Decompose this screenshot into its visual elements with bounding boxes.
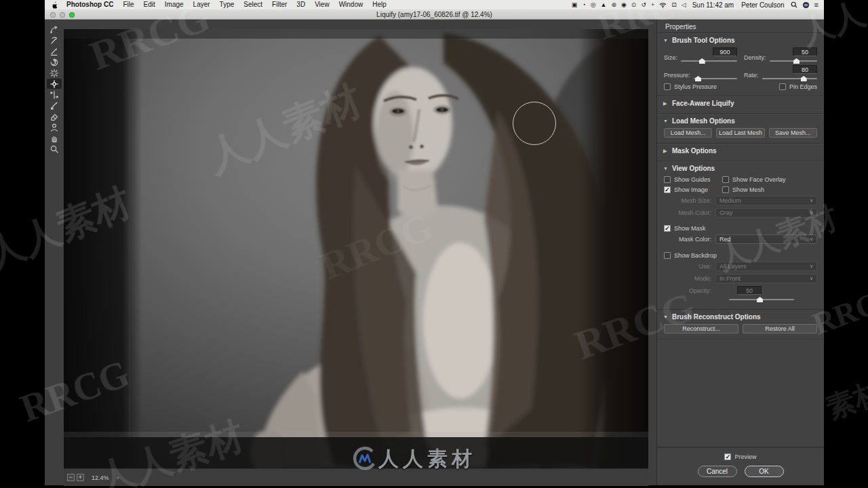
twirl-clockwise-tool[interactable] [47, 57, 62, 67]
reconstruct-tool[interactable] [47, 35, 62, 45]
smooth-tool[interactable] [47, 46, 62, 56]
section-header-brush-tool-options[interactable]: ▼ Brush Tool Options [657, 33, 824, 46]
stylus-pressure-checkbox[interactable]: ✓ [664, 83, 671, 90]
density-slider[interactable] [770, 58, 817, 64]
thaw-mask-tool[interactable] [47, 111, 62, 121]
load-mesh-button[interactable]: Load Mesh... [664, 128, 712, 138]
keyboard-access-icon[interactable]: + [651, 0, 654, 9]
forward-warp-tool[interactable] [47, 24, 62, 35]
zoom-in-button[interactable]: + [77, 474, 84, 481]
zoom-dropdown-chevron-icon[interactable]: ∨ [113, 474, 123, 481]
pucker-tool[interactable] [47, 68, 62, 78]
section-header-brush-reconstruct-options[interactable]: ▼ Brush Reconstruct Options [657, 310, 824, 323]
disclosure-triangle-icon[interactable]: ▼ [663, 166, 669, 171]
mask-color-row: Mask Color: Red ∨ [657, 233, 824, 245]
brush-cursor-circle [513, 102, 556, 145]
window-title-bar[interactable]: Liquify (amy17-06_60826.tif @ 12.4%) [45, 9, 824, 20]
menu-item-filter[interactable]: Filter [267, 1, 292, 8]
menu-item-layer[interactable]: Layer [189, 1, 215, 8]
opacity-slider[interactable] [729, 296, 794, 302]
size-input[interactable]: 900 [713, 47, 737, 56]
zoom-window-icon[interactable] [69, 12, 75, 18]
close-window-icon[interactable] [50, 12, 56, 18]
show-image-checkbox[interactable]: ✓ [664, 186, 671, 193]
freeze-mask-tool[interactable] [47, 100, 62, 110]
menu-item-edit[interactable]: Edit [139, 1, 160, 8]
zoom-level[interactable]: 12.4% [92, 474, 109, 481]
mesh-size-dropdown[interactable]: Medium ∨ [715, 196, 817, 205]
menu-item-select[interactable]: Select [239, 1, 267, 8]
disclosure-triangle-icon[interactable]: ▼ [663, 314, 669, 319]
mesh-color-row: Mesh Color: Gray ∨ [657, 207, 824, 219]
disclosure-triangle-icon[interactable]: ▼ [663, 119, 669, 123]
menu-item-photoshop-cc[interactable]: Photoshop CC [62, 1, 118, 8]
spotlight-search-icon[interactable] [791, 1, 797, 8]
disclosure-triangle-icon[interactable]: ▼ [663, 38, 669, 43]
show-backdrop-checkbox[interactable]: ✓ [664, 252, 671, 259]
density-input[interactable]: 50 [793, 47, 817, 56]
rate-input[interactable]: 80 [793, 65, 817, 74]
siri-icon[interactable] [802, 1, 810, 9]
rate-slider[interactable] [762, 75, 817, 81]
section-header-face-aware-liquify[interactable]: ▶ Face-Aware Liquify [657, 96, 824, 109]
menu-item-file[interactable]: File [118, 1, 138, 8]
section-load-mesh-options: ▼ Load Mesh Options Load Mesh... Load La… [657, 114, 824, 144]
volume-icon[interactable]: ◁ [682, 0, 686, 9]
apple-menu-icon[interactable] [52, 1, 58, 9]
show-mesh-checkbox[interactable]: ✓ [722, 186, 729, 193]
screen-video-icon[interactable]: ▣ [572, 0, 578, 9]
pause-badge-icon[interactable]: ◉ [621, 0, 627, 9]
mesh-color-dropdown[interactable]: Gray ∨ [715, 208, 817, 218]
push-left-tool[interactable] [47, 89, 62, 100]
use-dropdown[interactable]: All Layers ∨ [715, 262, 817, 271]
menu-item-window[interactable]: Window [334, 1, 368, 8]
pin-edges-checkbox[interactable]: ✓ [779, 83, 786, 90]
mode-dropdown[interactable]: In Front ∨ [715, 274, 817, 283]
wifi-icon[interactable] [659, 2, 667, 8]
watermark-text: 素材 [821, 372, 868, 427]
mask-color-dropdown[interactable]: Red ∨ [715, 235, 817, 244]
drive-triangle-icon[interactable]: ▲ [601, 0, 607, 9]
menu-item-3d[interactable]: 3D [292, 1, 310, 8]
size-slider[interactable] [681, 58, 737, 64]
cancel-button[interactable]: Cancel [698, 466, 737, 477]
circle-badge-icon[interactable]: ◔ [582, 0, 585, 9]
load-last-mesh-button[interactable]: Load Last Mesh [716, 128, 764, 138]
reconstruct-button[interactable]: Reconstruct... [664, 324, 738, 333]
menu-clock[interactable]: Sun 11:42 am [692, 1, 734, 9]
disclosure-triangle-icon[interactable]: ▶ [663, 101, 669, 106]
menu-user[interactable]: Peter Coulson [741, 1, 784, 9]
section-header-view-options[interactable]: ▼ View Options [657, 161, 824, 174]
show-mask-checkbox[interactable]: ✓ [664, 225, 671, 232]
section-header-mask-options[interactable]: ▶ Mask Options [657, 144, 824, 157]
accessibility-icon[interactable]: ⊛ [611, 0, 616, 9]
minimize-window-icon[interactable] [60, 12, 65, 18]
ok-button[interactable]: OK [745, 466, 784, 477]
menu-item-view[interactable]: View [310, 1, 334, 8]
zoom-out-button[interactable]: − [67, 474, 75, 481]
display-mirroring-icon[interactable]: ⊡ [671, 0, 677, 9]
section-header-load-mesh-options[interactable]: ▼ Load Mesh Options [657, 114, 824, 127]
time-machine-icon[interactable]: ↺ [641, 0, 646, 9]
show-face-overlay-checkbox[interactable]: ✓ [722, 176, 729, 183]
image-canvas[interactable] [64, 29, 648, 468]
pressure-slider[interactable] [694, 75, 737, 81]
opacity-row: Opacity: 50 [657, 285, 824, 295]
restore-all-button[interactable]: Restore All [743, 324, 817, 333]
disclosure-triangle-icon[interactable]: ▶ [663, 148, 669, 154]
menu-item-type[interactable]: Type [215, 1, 239, 8]
opacity-input[interactable]: 50 [737, 286, 762, 295]
rings-badge-icon[interactable]: ◎ [591, 0, 596, 9]
hand-tool[interactable] [47, 133, 62, 143]
zoom-tool[interactable] [47, 144, 62, 154]
show-guides-checkbox[interactable]: ✓ [664, 176, 671, 183]
menu-item-image[interactable]: Image [160, 1, 189, 8]
photo-preview [64, 29, 648, 468]
menu-item-help[interactable]: Help [368, 1, 391, 8]
alert-badge-icon[interactable]: ⊙ [631, 0, 637, 9]
save-mesh-button[interactable]: Save Mesh... [769, 128, 817, 138]
bloat-tool[interactable] [47, 79, 62, 89]
face-tool[interactable] [47, 122, 62, 132]
notification-center-icon[interactable]: ≡ [814, 0, 818, 9]
preview-checkbox[interactable]: ✓ [724, 453, 731, 460]
